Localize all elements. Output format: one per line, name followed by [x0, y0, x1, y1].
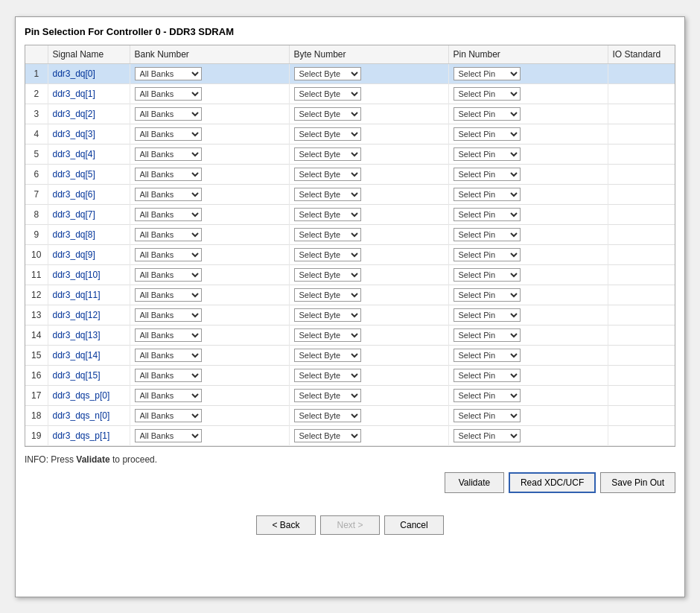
- byte-select[interactable]: Select Byte: [294, 107, 361, 121]
- pin-number-cell[interactable]: Select Pin: [448, 385, 608, 405]
- byte-number-cell[interactable]: Select Byte: [289, 305, 448, 325]
- byte-select[interactable]: Select Byte: [294, 147, 361, 161]
- pin-select[interactable]: Select Pin: [454, 429, 521, 442]
- byte-number-cell[interactable]: Select Byte: [289, 124, 448, 144]
- pin-select[interactable]: Select Pin: [454, 228, 521, 241]
- byte-number-cell[interactable]: Select Byte: [289, 365, 448, 385]
- validate-button[interactable]: Validate: [445, 472, 504, 493]
- pin-select[interactable]: Select Pin: [454, 248, 521, 261]
- byte-select[interactable]: Select Byte: [294, 409, 361, 422]
- pin-select[interactable]: Select Pin: [454, 147, 521, 161]
- pin-select[interactable]: Select Pin: [454, 389, 521, 402]
- pin-number-cell[interactable]: Select Pin: [448, 164, 608, 184]
- byte-number-cell[interactable]: Select Byte: [289, 385, 448, 405]
- back-button[interactable]: < Back: [256, 515, 316, 535]
- pin-select[interactable]: Select Pin: [454, 87, 521, 101]
- pin-select[interactable]: Select Pin: [454, 409, 521, 422]
- pin-number-cell[interactable]: Select Pin: [448, 325, 608, 345]
- byte-select[interactable]: Select Byte: [294, 349, 361, 362]
- byte-number-cell[interactable]: Select Byte: [289, 164, 448, 184]
- pin-select[interactable]: Select Pin: [454, 308, 521, 322]
- byte-number-cell[interactable]: Select Byte: [289, 425, 448, 445]
- pin-number-cell[interactable]: Select Pin: [448, 63, 608, 83]
- cancel-button[interactable]: Cancel: [384, 515, 444, 535]
- read-xdc-ucf-button[interactable]: Read XDC/UCF: [509, 472, 596, 493]
- bank-select[interactable]: All Banks: [135, 429, 202, 442]
- bank-select[interactable]: All Banks: [135, 188, 202, 201]
- bank-number-cell[interactable]: All Banks: [130, 385, 289, 405]
- pin-number-cell[interactable]: Select Pin: [448, 445, 608, 447]
- pin-number-cell[interactable]: Select Pin: [448, 104, 608, 124]
- bank-number-cell[interactable]: All Banks: [130, 144, 289, 164]
- byte-number-cell[interactable]: Select Byte: [289, 83, 448, 104]
- pin-number-cell[interactable]: Select Pin: [448, 244, 608, 264]
- byte-number-cell[interactable]: Select Byte: [289, 264, 448, 285]
- pin-number-cell[interactable]: Select Pin: [448, 83, 608, 104]
- pin-select[interactable]: Select Pin: [454, 268, 521, 282]
- byte-number-cell[interactable]: Select Byte: [289, 144, 448, 164]
- bank-number-cell[interactable]: All Banks: [130, 124, 289, 144]
- byte-select[interactable]: Select Byte: [294, 87, 361, 101]
- bank-select[interactable]: All Banks: [135, 168, 202, 181]
- bank-select[interactable]: All Banks: [135, 127, 202, 141]
- byte-select[interactable]: Select Byte: [294, 127, 361, 141]
- bank-select[interactable]: All Banks: [135, 389, 202, 402]
- pin-number-cell[interactable]: Select Pin: [448, 184, 608, 204]
- bank-select[interactable]: All Banks: [135, 67, 202, 80]
- pin-number-cell[interactable]: Select Pin: [448, 365, 608, 385]
- bank-select[interactable]: All Banks: [135, 248, 202, 261]
- byte-select[interactable]: Select Byte: [294, 208, 361, 221]
- byte-select[interactable]: Select Byte: [294, 268, 361, 282]
- bank-number-cell[interactable]: All Banks: [130, 104, 289, 124]
- byte-number-cell[interactable]: Select Byte: [289, 184, 448, 204]
- pin-number-cell[interactable]: Select Pin: [448, 124, 608, 144]
- bank-number-cell[interactable]: All Banks: [130, 345, 289, 365]
- byte-select[interactable]: Select Byte: [294, 288, 361, 302]
- byte-number-cell[interactable]: Select Byte: [289, 224, 448, 244]
- byte-number-cell[interactable]: Select Byte: [289, 244, 448, 264]
- bank-select[interactable]: All Banks: [135, 147, 202, 161]
- pin-number-cell[interactable]: Select Pin: [448, 305, 608, 325]
- byte-select[interactable]: Select Byte: [294, 248, 361, 261]
- pin-number-cell[interactable]: Select Pin: [448, 425, 608, 445]
- bank-number-cell[interactable]: All Banks: [130, 425, 289, 445]
- bank-select[interactable]: All Banks: [135, 87, 202, 101]
- pin-select[interactable]: Select Pin: [454, 328, 521, 342]
- byte-number-cell[interactable]: Select Byte: [289, 285, 448, 305]
- pin-select[interactable]: Select Pin: [454, 188, 521, 201]
- bank-number-cell[interactable]: All Banks: [130, 325, 289, 345]
- pin-number-cell[interactable]: Select Pin: [448, 264, 608, 285]
- byte-select[interactable]: Select Byte: [294, 168, 361, 181]
- pin-select[interactable]: Select Pin: [454, 168, 521, 181]
- pin-number-cell[interactable]: Select Pin: [448, 204, 608, 224]
- bank-number-cell[interactable]: All Banks: [130, 445, 289, 447]
- pin-select[interactable]: Select Pin: [454, 349, 521, 362]
- byte-number-cell[interactable]: Select Byte: [289, 345, 448, 365]
- bank-number-cell[interactable]: All Banks: [130, 83, 289, 104]
- save-pin-out-button[interactable]: Save Pin Out: [600, 472, 675, 493]
- byte-select[interactable]: Select Byte: [294, 188, 361, 201]
- byte-select[interactable]: Select Byte: [294, 328, 361, 342]
- byte-number-cell[interactable]: Select Byte: [289, 325, 448, 345]
- byte-number-cell[interactable]: Select Byte: [289, 445, 448, 447]
- byte-number-cell[interactable]: Select Byte: [289, 405, 448, 425]
- bank-number-cell[interactable]: All Banks: [130, 224, 289, 244]
- bank-number-cell[interactable]: All Banks: [130, 184, 289, 204]
- byte-number-cell[interactable]: Select Byte: [289, 63, 448, 83]
- bank-number-cell[interactable]: All Banks: [130, 305, 289, 325]
- byte-number-cell[interactable]: Select Byte: [289, 104, 448, 124]
- bank-number-cell[interactable]: All Banks: [130, 365, 289, 385]
- bank-select[interactable]: All Banks: [135, 349, 202, 362]
- bank-select[interactable]: All Banks: [135, 409, 202, 422]
- byte-select[interactable]: Select Byte: [294, 67, 361, 80]
- bank-select[interactable]: All Banks: [135, 268, 202, 282]
- bank-select[interactable]: All Banks: [135, 208, 202, 221]
- byte-number-cell[interactable]: Select Byte: [289, 204, 448, 224]
- pin-number-cell[interactable]: Select Pin: [448, 224, 608, 244]
- bank-number-cell[interactable]: All Banks: [130, 405, 289, 425]
- byte-select[interactable]: Select Byte: [294, 308, 361, 322]
- byte-select[interactable]: Select Byte: [294, 389, 361, 402]
- pin-select[interactable]: Select Pin: [454, 288, 521, 302]
- pin-select[interactable]: Select Pin: [454, 369, 521, 382]
- bank-number-cell[interactable]: All Banks: [130, 204, 289, 224]
